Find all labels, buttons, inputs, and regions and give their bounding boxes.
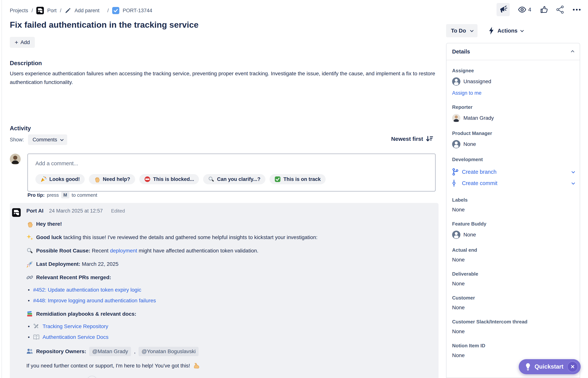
- auth-docs-link[interactable]: Authentication Service Docs: [42, 333, 108, 341]
- chip-blocked[interactable]: This is blocked...: [139, 174, 199, 184]
- field-customer: Customer None: [452, 295, 574, 310]
- no-entry-emoji: [144, 176, 151, 182]
- chevron-down-icon[interactable]: [572, 170, 575, 173]
- pr-link-452[interactable]: #452: Update authentication token expiry…: [33, 286, 141, 294]
- add-reaction-button[interactable]: [87, 376, 97, 378]
- owners-bold: Repository Owners:: [36, 348, 86, 355]
- pencil-icon: [65, 7, 71, 14]
- mention-chip[interactable]: @Matan Grady: [89, 347, 131, 356]
- buddy-name: None: [463, 232, 476, 238]
- field-deliverable: Deliverable None: [452, 271, 574, 287]
- field-label: Customer: [452, 295, 574, 301]
- status-dropdown[interactable]: To Do: [446, 24, 478, 37]
- chevron-down-icon[interactable]: [572, 181, 575, 185]
- comment-timestamp[interactable]: 24 March 2025 at 12:57: [49, 207, 103, 215]
- chip-label: Need help?: [103, 176, 130, 182]
- comment-rootcause-line: Possible Root Cause: Recent deployment m…: [26, 247, 431, 255]
- sort-order-button[interactable]: Newest first: [391, 135, 433, 142]
- main-column: Projects / Port / Add parent / PORT-1374…: [10, 0, 439, 378]
- comment-greeting-line: Hey there!: [26, 220, 431, 228]
- tracking-repo-link[interactable]: Tracking Service Repository: [42, 323, 108, 330]
- hammer-wrench-emoji: [33, 323, 40, 330]
- sparkles-emoji: [26, 234, 33, 241]
- deploy-bold: Last Deployment:: [36, 261, 80, 267]
- create-commit-button[interactable]: Create commit: [452, 177, 574, 189]
- comment-input[interactable]: Add a comment... Looks good! Need help?: [27, 154, 436, 191]
- doc-link-list: Tracking Service Repository Authenticati…: [26, 323, 431, 341]
- breadcrumb-projects[interactable]: Projects: [10, 8, 28, 14]
- field-slack-thread: Customer Slack/Intercom thread None: [452, 319, 574, 335]
- reporter-value[interactable]: Matan Grady: [452, 114, 574, 122]
- field-labels: Labels None: [452, 197, 574, 213]
- slack-thread-value[interactable]: None: [452, 328, 574, 335]
- breadcrumb-add-parent[interactable]: Add parent: [75, 8, 99, 14]
- chip-label: This is blocked...: [153, 176, 194, 182]
- chip-label: Can you clarify...?: [217, 176, 260, 182]
- buddy-value[interactable]: None: [452, 230, 574, 239]
- sort-descending-icon: [426, 135, 433, 142]
- field-label: Notion Item ID: [452, 343, 574, 349]
- delete-button[interactable]: Delete: [64, 377, 78, 378]
- chip-on-track[interactable]: This is on track: [269, 174, 326, 184]
- chip-looks-good[interactable]: Looks good!: [35, 174, 85, 184]
- comment-edited-flag: Edited: [111, 207, 125, 215]
- breadcrumb: Projects / Port / Add parent / PORT-1374…: [10, 7, 152, 14]
- task-checkbox-icon: [112, 7, 119, 14]
- chip-need-help[interactable]: Need help?: [89, 174, 135, 184]
- breadcrumb-port[interactable]: Port: [47, 8, 57, 14]
- goodluck-rest: tackling this issue! I've reviewed the d…: [63, 234, 318, 240]
- description-body[interactable]: Users experience authentication failures…: [10, 69, 437, 87]
- rootcause-post: might have affected authentication token…: [139, 248, 258, 254]
- people-emoji: [26, 348, 33, 355]
- rocket-emoji: [26, 261, 33, 268]
- comment-placeholder: Add a comment...: [35, 160, 428, 167]
- current-user-avatar[interactable]: [10, 154, 21, 164]
- port-logo: [36, 7, 44, 14]
- comment-author[interactable]: Port AI: [26, 207, 43, 215]
- rootcause-pre: Recent: [92, 248, 109, 254]
- docs-bold: Remidiation playbooks & relevant docs:: [36, 310, 136, 318]
- field-label: Customer Slack/Intercom thread: [452, 319, 574, 325]
- waving-hand-emoji: [26, 221, 33, 227]
- deployment-link[interactable]: deployment: [110, 248, 137, 254]
- quickstart-button[interactable]: Quickstart ✕: [519, 359, 581, 374]
- add-button[interactable]: + Add: [10, 37, 35, 48]
- pr-link-448[interactable]: #448: Improve logging around authenticat…: [33, 297, 156, 304]
- field-notion-id: Notion Item ID None: [452, 343, 574, 358]
- chevron-up-icon[interactable]: [571, 50, 574, 54]
- close-icon[interactable]: ✕: [567, 361, 578, 372]
- field-label: Development: [452, 157, 574, 162]
- owners-separator: ,: [134, 348, 135, 355]
- reporter-name: Matan Grady: [463, 115, 494, 121]
- link-emoji: [26, 274, 33, 281]
- assignee-value[interactable]: Unassigned: [452, 77, 574, 86]
- customer-value[interactable]: None: [452, 305, 574, 310]
- breadcrumb-issue-key[interactable]: PORT-13744: [123, 8, 152, 14]
- assign-to-me-link[interactable]: Assign to me: [452, 90, 481, 96]
- dot-separator: ·: [59, 377, 61, 378]
- comment-goodluck-line: Good luck tackling this issue! I've revi…: [26, 234, 431, 241]
- comment-header: Port AI 24 March 2025 at 12:57 Edited: [26, 207, 431, 215]
- list-item: Tracking Service Repository: [26, 323, 431, 330]
- comments-filter-dropdown[interactable]: Comments: [28, 135, 67, 145]
- list-item: #452: Update authentication token expiry…: [26, 286, 431, 294]
- books-emoji: [26, 310, 33, 317]
- chevron-down-icon: [470, 29, 473, 32]
- create-branch-button[interactable]: Create branch: [452, 166, 574, 177]
- list-item: Authentication Service Docs: [26, 333, 431, 341]
- mention-chip[interactable]: @Yonatan Boguslavski: [138, 347, 199, 356]
- edit-button[interactable]: Edit: [47, 377, 56, 378]
- actions-dropdown[interactable]: Actions: [488, 27, 523, 35]
- deliverable-value[interactable]: None: [452, 281, 574, 287]
- actions-label: Actions: [497, 28, 517, 34]
- notion-id-value[interactable]: None: [452, 352, 574, 358]
- actual-end-value[interactable]: None: [452, 257, 574, 263]
- details-header[interactable]: Details: [446, 43, 580, 60]
- open-book-emoji: [33, 334, 40, 340]
- pm-value[interactable]: None: [452, 140, 574, 148]
- page-title[interactable]: Fix failed authentication in the trackin…: [10, 20, 199, 30]
- labels-value[interactable]: None: [452, 207, 574, 213]
- chip-clarify[interactable]: Can you clarify...?: [203, 174, 265, 184]
- pm-name: None: [463, 141, 476, 147]
- reply-button[interactable]: Reply: [26, 377, 39, 378]
